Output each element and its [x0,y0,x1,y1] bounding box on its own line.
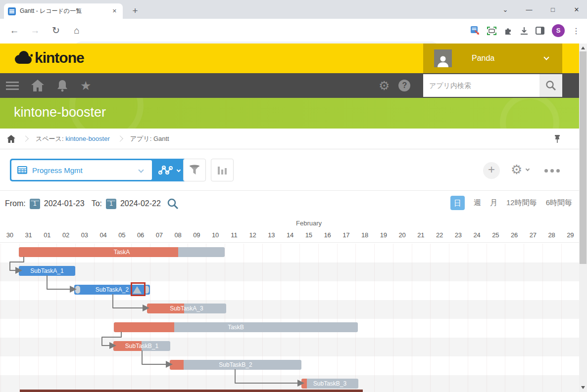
to-calendar-icon[interactable]: 1 [106,199,116,209]
from-label: From: [5,199,26,208]
gridline [449,244,449,392]
scale-day-button[interactable]: 日 [450,196,465,210]
day-label: 29 [561,231,580,239]
breadcrumb-home-icon[interactable] [7,135,15,143]
gantt-search-icon[interactable] [167,198,179,210]
close-button[interactable]: ✕ [571,6,582,13]
portal-home-icon[interactable] [31,79,45,92]
task-bar-SubTaskA_1[interactable]: SubTaskA_1 [19,266,75,276]
help-icon[interactable]: ? [398,80,410,91]
task-bar-TaskB[interactable]: TaskB [114,322,358,332]
scale-week-button[interactable]: 週 [474,198,481,208]
extensions-puzzle-icon[interactable] [504,26,513,35]
task-label: TaskB [226,324,246,331]
reload-button[interactable]: ↻ [48,22,64,39]
back-button[interactable]: ← [6,22,23,39]
gridline [561,244,562,392]
table-view-icon [17,166,27,174]
task-bar-SubTaskB_2[interactable]: SubTaskB_2 [170,360,301,370]
gridline [430,244,431,392]
day-label: 25 [487,231,505,239]
gridline [524,244,524,392]
settings-gear-icon[interactable]: ⚙ [379,80,390,92]
from-calendar-icon[interactable]: 1 [30,199,40,209]
app-search-button[interactable] [539,74,562,97]
breadcrumb-app-name: Gantt [153,135,169,142]
app-settings-button[interactable]: ⚙ [511,163,529,176]
task-bar-SubTaskA_3[interactable]: SubTaskA_3 [147,304,226,313]
user-menu[interactable]: Panda [423,44,562,73]
view-toolbar: Progress Mgmt [0,149,587,191]
new-tab-button[interactable]: + [129,5,142,18]
day-label: 07 [150,231,169,239]
gridline [206,244,206,392]
breadcrumb-space-link[interactable]: kintone-booster [65,135,110,142]
scroll-down-icon[interactable] [581,386,585,389]
tab-search-button[interactable]: ⌄ [500,6,511,13]
day-label: 15 [299,231,318,239]
scale-month-button[interactable]: 月 [490,198,497,208]
partial-task-bar [20,390,363,392]
app-search-input[interactable] [423,74,539,97]
chart-button[interactable] [211,159,234,181]
day-label: 31 [19,231,38,239]
day-label: 23 [449,231,468,239]
day-label: 11 [225,231,244,239]
browser-tab[interactable]: Gantt - レコードの一覧 ✕ [4,3,123,19]
day-label: 16 [318,231,337,239]
task-bar-SubTaskB_3[interactable]: SubTaskB_3 [301,379,358,389]
forward-button[interactable]: → [27,22,44,39]
browser-menu-button[interactable]: ⋮ [572,26,580,36]
vertical-scrollbar[interactable] [579,44,587,392]
tab-close-button[interactable]: ✕ [110,7,119,15]
maximize-button[interactable]: □ [547,6,558,13]
user-name: Panda [472,54,544,63]
extension-capture-icon[interactable] [487,27,496,35]
gridline [262,244,263,392]
day-label: 04 [94,231,113,239]
task-progress [170,360,184,370]
scroll-up-icon[interactable] [581,46,585,49]
minimize-button[interactable]: — [524,6,535,13]
day-label: 19 [374,231,393,239]
gantt-row [0,338,580,356]
from-date-value[interactable]: 2024-01-23 [44,199,85,208]
browser-home-button[interactable]: ⌂ [68,22,85,39]
gridline [113,244,113,392]
gantt-chart: February 3031010203040506070809101112131… [0,217,580,392]
scrollbar-thumb[interactable] [580,51,587,264]
download-icon[interactable] [520,27,528,35]
graph-view-button[interactable] [152,160,187,180]
hamburger-menu-icon[interactable] [6,82,19,90]
extension-booster-icon[interactable] [471,26,480,35]
day-label: 24 [468,231,487,239]
to-date-value[interactable]: 2024-02-22 [120,199,161,208]
chevron-down-icon [138,167,144,173]
to-label: To: [92,199,102,208]
gridline [337,244,338,392]
task-bar-TaskA[interactable]: TaskA [19,247,225,257]
add-record-button[interactable]: + [483,162,500,179]
filter-button[interactable] [183,159,206,181]
gridline [374,244,375,392]
breadcrumb-space-item[interactable]: スペース: kintone-booster [36,134,110,143]
day-label: 06 [131,231,150,239]
favorites-star-icon[interactable]: ★ [80,80,91,92]
scale-6h-button[interactable]: 6時間毎 [546,198,572,208]
gridline [0,244,1,392]
gridline [542,244,543,392]
selection-highlight [131,282,146,296]
view-dropdown[interactable]: Progress Mgmt [11,160,152,180]
notifications-bell-icon[interactable] [56,79,68,92]
more-options-button[interactable] [544,169,560,173]
task-bar-SubTaskB_1[interactable]: SubTaskB_1 [113,341,170,351]
chevron-down-icon [526,167,530,171]
profile-avatar[interactable]: S [552,24,565,37]
pin-icon[interactable] [553,134,561,143]
gantt-date-controls: From: 1 2024-01-23 To: 1 2024-02-22 日 週 … [0,191,587,217]
drag-handle-left[interactable] [75,286,80,294]
gridline [75,244,76,392]
scale-12h-button[interactable]: 12時間毎 [506,198,537,208]
sidebar-icon[interactable] [536,27,544,35]
view-selector[interactable]: Progress Mgmt [10,159,188,181]
